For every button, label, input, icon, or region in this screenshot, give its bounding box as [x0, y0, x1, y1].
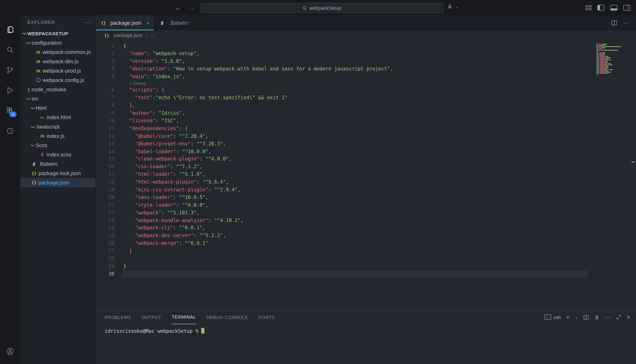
editor-tabbar: {}package.json×B.Babelrc ⋯: [96, 15, 636, 30]
forward-arrow-icon[interactable]: →: [189, 4, 195, 11]
explorer-item-webpacksetup[interactable]: ❯WEBPACKSETUP: [20, 29, 95, 38]
terminal-dropdown-icon[interactable]: ⌄: [575, 315, 578, 319]
code-line-6[interactable]: 6 "scripts": {: [96, 86, 636, 94]
code-line-2[interactable]: 2 "name": "webpack-setup",: [96, 50, 636, 57]
line-number: 22: [96, 209, 115, 216]
split-terminal-icon[interactable]: [583, 314, 589, 320]
search-view-icon[interactable]: [0, 40, 20, 60]
code-line-28[interactable]: 28: [96, 255, 636, 262]
explorer-item-package.json[interactable]: {}package.json: [20, 178, 95, 187]
explorer-item-.babelrc[interactable]: B.Babelrc: [20, 159, 95, 168]
explorer-item-scss[interactable]: ❯Scss: [20, 141, 95, 150]
panel-tab-problems[interactable]: PROBLEMS: [105, 310, 131, 324]
code-line-11[interactable]: 11 "devDependencies": {: [96, 125, 636, 132]
explorer-item-index.scss[interactable]: Sindex.scss: [20, 150, 95, 159]
back-arrow-icon[interactable]: ←: [175, 4, 181, 11]
file-label: webpack-common.js: [43, 49, 91, 55]
code-line-24[interactable]: 24 "webpack-cli": "^6.0.1",: [96, 224, 636, 232]
command-center-search[interactable]: webpackSetup: [200, 3, 443, 13]
explorer-item-webpack.config.js[interactable]: webpack.config.js: [20, 76, 95, 85]
extensions-icon[interactable]: 1: [0, 100, 20, 121]
codelens-debug[interactable]: ▷Debug: [96, 80, 636, 86]
editor-more-actions-icon[interactable]: ⋯: [623, 19, 630, 26]
file-label: configuration: [32, 40, 62, 46]
line-number: 9: [96, 110, 115, 117]
code-line-21[interactable]: 21 "style-loader": "^4.0.0",: [96, 202, 636, 209]
circle-tool-icon[interactable]: [0, 121, 20, 141]
code-line-9[interactable]: 9 "author": "Idriss",: [96, 110, 636, 117]
code-line-4[interactable]: 4 "description": "How to setup webpack w…: [96, 65, 636, 73]
code-line-3[interactable]: 3 "version": "1.0.0",: [96, 58, 636, 65]
explorer-item-src[interactable]: ❯src: [20, 94, 95, 104]
chevron-right-icon: ›: [146, 33, 147, 38]
panel-tab-ports[interactable]: PORTS: [259, 310, 275, 324]
explorer-item-index.js[interactable]: JSindex.js: [20, 131, 95, 141]
code-line-18[interactable]: 18 "html-webpack-plugin": "^5.6.4",: [96, 178, 636, 186]
kill-terminal-trash-icon[interactable]: [594, 314, 600, 320]
code-line-30[interactable]: 30: [96, 270, 636, 278]
code-line-1[interactable]: 1{: [96, 42, 636, 50]
code-line-23[interactable]: 23 "webpack-bundle-analyzer": "^4.10.2",: [96, 216, 636, 224]
code-line-13[interactable]: 13 "@babel/preset-env": "^7.28.3",: [96, 140, 636, 148]
explorer-item-webpack-common.js[interactable]: JSwebpack-common.js: [20, 48, 95, 57]
breadcrumb-file[interactable]: package.json: [114, 32, 143, 38]
close-panel-icon[interactable]: ×: [627, 314, 630, 320]
minimap[interactable]: [596, 42, 629, 79]
explorer-item-webpack-prod.js[interactable]: JSwebpack-prod.js: [20, 66, 95, 76]
more-actions-icon[interactable]: ⋯: [85, 19, 91, 26]
code-line-22[interactable]: 22 "webpack": "^5.101.3",: [96, 209, 636, 216]
run-and-debug-icon[interactable]: [0, 80, 20, 100]
code-line-25[interactable]: 25 "webpack-dev-server": "^5.2.2",: [96, 232, 636, 240]
panel-tab-output[interactable]: OUTPUT: [142, 310, 161, 324]
panel-tab-terminal[interactable]: TERMINAL: [172, 310, 196, 324]
code-line-5[interactable]: 5 "main": "index.js",: [96, 73, 636, 80]
explorer-icon[interactable]: [0, 20, 20, 40]
explorer-item-node-modules[interactable]: ❯node_modules: [20, 85, 95, 94]
source-control-icon[interactable]: [0, 60, 20, 80]
json-file-icon: {}: [100, 21, 107, 25]
explorer-item-webpack-dev.js[interactable]: JSwebpack-dev.js: [20, 57, 95, 66]
code-line-8[interactable]: 8 },: [96, 102, 636, 110]
panel-more-actions-icon[interactable]: ⋯: [605, 314, 611, 321]
code-line-29[interactable]: 29}: [96, 263, 636, 270]
line-number: 23: [96, 216, 115, 224]
split-editor-icon[interactable]: [611, 20, 617, 26]
explorer-item-package-lock.json[interactable]: {}package-lock.json: [20, 168, 95, 178]
code-line-19[interactable]: 19 "mini-css-extract-plugin": "^2.9.4",: [96, 186, 636, 194]
code-line-26[interactable]: 26 "webpack-merge": "^6.0.1": [96, 240, 636, 247]
accounts-menu[interactable]: ⌄: [447, 3, 459, 10]
code-line-27[interactable]: 27 }: [96, 247, 636, 255]
line-number: 14: [96, 148, 115, 155]
close-tab-icon[interactable]: ×: [146, 20, 150, 26]
panel-tab-debug-console[interactable]: DEBUG CONSOLE: [206, 310, 248, 324]
maximize-panel-icon[interactable]: [616, 314, 621, 320]
code-line-7[interactable]: 7 "test":"echo \"Error: no test specifie…: [96, 94, 636, 102]
code-line-17[interactable]: 17 "html-loader": "^5.1.0",: [96, 171, 636, 178]
code-line-15[interactable]: 15 "clean-webpack-plugin": "^4.0.0",: [96, 155, 636, 163]
editor-tab-package.json[interactable]: {}package.json×: [96, 15, 154, 30]
code-line-20[interactable]: 20 "sass-loader": "^16.0.5",: [96, 194, 636, 201]
explorer-item-javascript[interactable]: ❯Javascript: [20, 122, 95, 131]
account-icon[interactable]: [0, 341, 20, 362]
code-line-10[interactable]: 10 "license": "ISC",: [96, 117, 636, 125]
editor-tab-.babelrc[interactable]: B.Babelrc: [154, 15, 193, 30]
customize-layout-icon[interactable]: [586, 5, 591, 10]
code-line-14[interactable]: 14 "babel-loader": "^10.0.0",: [96, 148, 636, 155]
toggle-secondary-sidebar-icon[interactable]: [623, 5, 630, 10]
explorer-item-index.html[interactable]: <>index.html: [20, 112, 95, 122]
chevron-down-icon: ⌄: [455, 5, 458, 9]
new-terminal-icon[interactable]: +: [566, 314, 570, 320]
breadcrumb-more[interactable]: …: [150, 32, 155, 38]
terminal-shell-picker[interactable]: >_ zsh: [544, 314, 561, 320]
explorer-item-html[interactable]: ❯Html: [20, 103, 95, 112]
code-editor[interactable]: 1{2 "name": "webpack-setup",3 "version":…: [96, 40, 636, 310]
terminal[interactable]: idrisscissoko@Mac webpackSetup %: [96, 324, 636, 334]
file-label: Html: [36, 105, 47, 111]
code-line-16[interactable]: 16 "css-loader": "^7.1.2",: [96, 163, 636, 171]
breadcrumb[interactable]: {} package.json › …: [96, 30, 636, 40]
toggle-primary-sidebar-icon[interactable]: [597, 5, 604, 10]
babel-file-icon: B: [31, 162, 37, 166]
explorer-item-configuration[interactable]: ❯configuration: [20, 38, 95, 48]
code-line-12[interactable]: 12 "@babel/core": "^7.28.4",: [96, 132, 636, 140]
toggle-panel-icon[interactable]: [610, 5, 617, 10]
